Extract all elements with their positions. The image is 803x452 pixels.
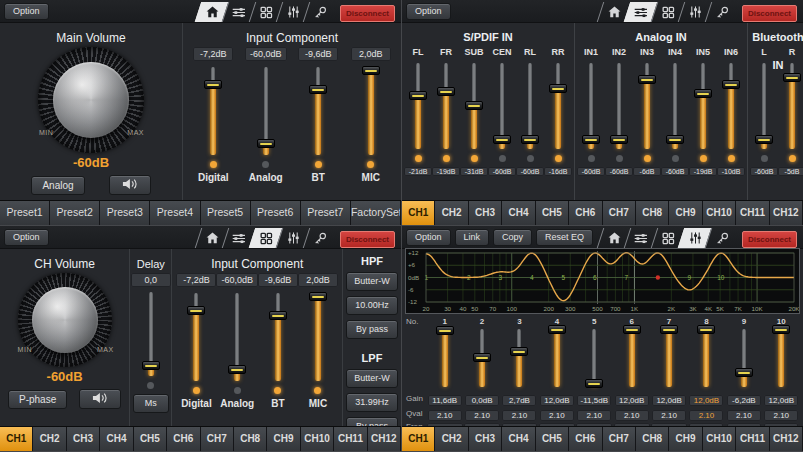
hpf-bypass-button[interactable]: By pass <box>346 320 398 339</box>
fader-handle[interactable] <box>697 325 715 334</box>
channel-tab-ch11[interactable]: CH11 <box>736 427 769 451</box>
preset-button-preset1[interactable]: Preset1 <box>0 201 50 225</box>
fader-handle[interactable] <box>755 135 773 144</box>
eq-band-fader[interactable] <box>659 329 679 387</box>
channel-tab-ch9[interactable]: CH9 <box>669 427 702 451</box>
reset-eq-button[interactable]: Reset EQ <box>536 229 593 246</box>
fader-handle[interactable] <box>772 325 790 334</box>
knob-face[interactable] <box>53 62 129 138</box>
disconnect-button[interactable]: Disconnect <box>340 5 395 22</box>
channel-tab-ch9[interactable]: CH9 <box>669 201 702 225</box>
delay-fader[interactable] <box>141 292 161 376</box>
fader-handle[interactable] <box>473 353 491 362</box>
channel-tab-ch7[interactable]: CH7 <box>603 427 636 451</box>
fader[interactable] <box>609 63 629 149</box>
option-button[interactable]: Option <box>4 3 49 20</box>
channel-tab-ch10[interactable]: CH10 <box>703 427 736 451</box>
hpf-type-button[interactable]: Butter-W <box>346 272 398 291</box>
mute-button[interactable] <box>79 389 121 409</box>
preset-button-preset5[interactable]: Preset5 <box>201 201 251 225</box>
fader[interactable] <box>693 63 713 149</box>
hpf-freq-button[interactable]: 10.00Hz <box>346 296 398 315</box>
eq-band-fader[interactable] <box>435 329 455 387</box>
channel-tab-ch10[interactable]: CH10 <box>301 427 334 451</box>
eq-band-fader[interactable] <box>696 329 716 387</box>
fader-handle[interactable] <box>269 311 287 320</box>
channel-tab-ch10[interactable]: CH10 <box>703 201 736 225</box>
fader-handle[interactable] <box>582 135 600 144</box>
fader-handle[interactable] <box>465 101 483 110</box>
fader-handle[interactable] <box>666 135 684 144</box>
channel-tab-ch11[interactable]: CH11 <box>736 201 769 225</box>
link-button[interactable]: Link <box>455 229 490 246</box>
channel-tab-ch3[interactable]: CH3 <box>469 427 502 451</box>
fader[interactable] <box>436 63 456 149</box>
channel-tab-ch2[interactable]: CH2 <box>33 427 66 451</box>
channel-tab-ch12[interactable]: CH12 <box>368 427 401 451</box>
channel-tab-ch4[interactable]: CH4 <box>100 427 133 451</box>
channel-tab-ch7[interactable]: CH7 <box>201 427 234 451</box>
fader-handle[interactable] <box>228 365 246 374</box>
channel-tab-ch2[interactable]: CH2 <box>435 201 468 225</box>
nav-tab-key[interactable] <box>705 228 738 248</box>
lpf-type-button[interactable]: Butter-W <box>346 369 398 388</box>
fader[interactable] <box>581 63 601 149</box>
fader[interactable] <box>268 293 288 381</box>
fader[interactable] <box>754 63 774 149</box>
preset-button-preset4[interactable]: Preset4 <box>150 201 200 225</box>
fader[interactable] <box>361 67 381 155</box>
copy-button[interactable]: Copy <box>493 229 532 246</box>
fader-handle[interactable] <box>309 292 327 301</box>
eq-band-fader[interactable] <box>771 329 791 387</box>
nav-tab-key[interactable] <box>303 2 336 22</box>
fader-handle[interactable] <box>309 85 327 94</box>
fader-handle[interactable] <box>493 135 511 144</box>
delay-unit-button[interactable]: Ms <box>133 394 169 413</box>
fader-handle[interactable] <box>142 361 160 370</box>
fader[interactable] <box>408 63 428 149</box>
fader[interactable] <box>256 67 276 155</box>
fader-handle[interactable] <box>549 84 567 93</box>
ch-volume-knob[interactable]: MIN MAX <box>18 273 112 367</box>
disconnect-button[interactable]: Disconnect <box>340 231 395 248</box>
channel-tab-ch5[interactable]: CH5 <box>134 427 167 451</box>
disconnect-button[interactable]: Disconnect <box>742 231 797 248</box>
fader[interactable] <box>637 63 657 149</box>
fader[interactable] <box>520 63 540 149</box>
nav-tab-key[interactable] <box>303 228 336 248</box>
preset-button-preset3[interactable]: Preset3 <box>100 201 150 225</box>
fader-handle[interactable] <box>610 135 628 144</box>
fader-handle[interactable] <box>437 87 455 96</box>
eq-band-fader[interactable] <box>584 329 604 387</box>
channel-tab-ch3[interactable]: CH3 <box>469 201 502 225</box>
channel-tab-ch5[interactable]: CH5 <box>536 201 569 225</box>
analog-source-button[interactable]: Analog <box>31 176 84 195</box>
channel-tab-ch9[interactable]: CH9 <box>267 427 300 451</box>
channel-tab-ch4[interactable]: CH4 <box>502 427 535 451</box>
channel-tab-ch6[interactable]: CH6 <box>569 427 602 451</box>
fader[interactable] <box>308 293 328 381</box>
eq-band-fader[interactable] <box>509 329 529 387</box>
fader-handle[interactable] <box>362 66 380 75</box>
channel-tab-ch3[interactable]: CH3 <box>67 427 100 451</box>
channel-tab-ch12[interactable]: CH12 <box>770 427 803 451</box>
channel-tab-ch1[interactable]: CH1 <box>402 201 435 225</box>
fader-handle[interactable] <box>623 325 641 334</box>
channel-tab-ch8[interactable]: CH8 <box>636 427 669 451</box>
knob-face[interactable] <box>32 287 98 353</box>
fader[interactable] <box>548 63 568 149</box>
eq-band-fader[interactable] <box>547 329 567 387</box>
lpf-freq-button[interactable]: 31.99Hz <box>346 393 398 412</box>
fader-handle[interactable] <box>783 73 801 82</box>
channel-tab-ch7[interactable]: CH7 <box>603 201 636 225</box>
preset-button-preset2[interactable]: Preset2 <box>50 201 100 225</box>
eq-band-fader[interactable] <box>622 329 642 387</box>
channel-tab-ch8[interactable]: CH8 <box>234 427 267 451</box>
p-phase-button[interactable]: P-phase <box>8 390 67 409</box>
nav-tab-key[interactable] <box>705 2 738 22</box>
fader-handle[interactable] <box>409 91 427 100</box>
preset-button-preset6[interactable]: Preset6 <box>251 201 301 225</box>
preset-button-factoryset[interactable]: FactorySet <box>351 201 401 225</box>
fader-handle[interactable] <box>638 75 656 84</box>
fader[interactable] <box>227 293 247 381</box>
